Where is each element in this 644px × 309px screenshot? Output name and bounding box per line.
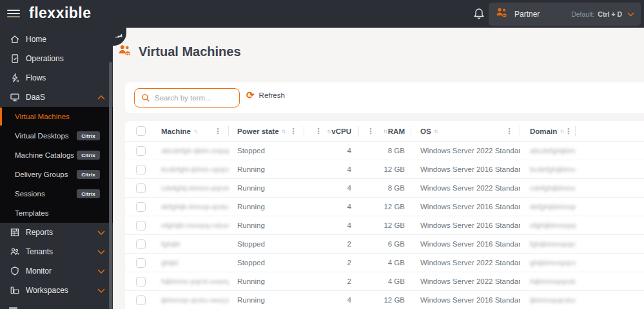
ram-cell: 12 GB (359, 203, 411, 211)
column-menu-icon[interactable]: ⋮ (504, 127, 514, 135)
sidebar-subitem-sessions[interactable]: Sessions Citrix (0, 184, 113, 203)
table-row[interactable]: bcdefghi-jklmn-opqrstuvw Running 4 12 GB… (125, 160, 644, 178)
sidebar-subitem-machine-catalogs[interactable]: Machine Catalogs Citrix (0, 145, 113, 165)
sidebar-subitem-virtual-desktops[interactable]: Virtual Desktops Citrix (0, 126, 113, 145)
sidebar-item-daas[interactable]: DaaS (0, 88, 113, 107)
table-row[interactable]: fghijkl Stopped 2 6 GB Windows Server 20… (125, 234, 644, 253)
chevron-down-icon (627, 12, 634, 17)
sidebar-item-operations[interactable]: Operations (0, 49, 113, 68)
machine-cell: fghijkl (156, 240, 229, 248)
search-input[interactable] (155, 94, 231, 102)
ram-cell: 4 GB (359, 277, 411, 285)
ram-cell: 12 GB (359, 296, 411, 304)
os-cell: Windows Server 2016 Standard (411, 165, 520, 173)
sort-icon[interactable]: ↑↓ (193, 127, 197, 135)
citrix-badge: Citrix (77, 131, 100, 140)
ram-cell: 12 GB (359, 221, 411, 229)
power-state-cell: Stopped (229, 259, 304, 267)
default-shortcut-label: Default: (571, 10, 594, 18)
document-icon (9, 53, 20, 64)
row-checkbox[interactable] (136, 295, 146, 305)
sidebar-subitem-delivery-groups[interactable]: Delivery Groups Citrix (0, 165, 113, 184)
shield-icon (9, 266, 20, 277)
ram-cell: 8 GB (359, 184, 411, 192)
vm-table: Machine↑↓⋮ Power state↑↓⋮ ⋮↑↓vCPU ⋮↑↓RAM… (125, 121, 644, 309)
app-logo: flexxible (29, 5, 92, 22)
sidebar: Home Operations Flows DaaS Virtual Machi… (0, 28, 113, 309)
table-row[interactable]: ghijkl Stopped 2 4 GB Windows Server 202… (125, 253, 644, 272)
row-checkbox[interactable] (136, 277, 146, 286)
citrix-badge: Citrix (77, 151, 100, 160)
sidebar-item-home[interactable]: Home (0, 30, 113, 49)
table-header-row: Machine↑↓⋮ Power state↑↓⋮ ⋮↑↓vCPU ⋮↑↓RAM… (125, 121, 644, 141)
ram-cell: 6 GB (359, 240, 411, 248)
sidebar-item-monitor[interactable]: Monitor (0, 261, 113, 281)
citrix-badge: Citrix (77, 189, 100, 198)
sidebar-item-tenants[interactable]: Tenants (0, 242, 113, 261)
sort-icon[interactable]: ↑↓ (327, 127, 331, 135)
search-icon (141, 93, 150, 102)
power-state-cell: Running (229, 165, 304, 173)
table-row[interactable]: defghijk-lmnop-qrstuvw Running 4 12 GB W… (125, 197, 644, 216)
sort-icon[interactable]: ↑↓ (434, 127, 438, 135)
domain-cell: ijklmnopqrstuv (520, 296, 576, 304)
os-cell: Windows Server 2016 Standard (411, 203, 520, 211)
table-row[interactable]: cdefghij-klmno-pqrstuvwx Running 4 8 GB … (125, 178, 644, 197)
row-checkbox[interactable] (136, 239, 146, 249)
domain-cell: hijklmnopqrstu (520, 277, 576, 285)
domain-cell: fghijklmnopqrs (520, 240, 576, 248)
col-os: OS (420, 127, 431, 135)
sidebar-item-reports[interactable]: Reports (0, 223, 113, 242)
chevron-up-icon (97, 95, 105, 100)
sidebar-subitem-virtual-machines[interactable]: Virtual Machines (0, 107, 113, 126)
vcpu-cell: 4 (304, 147, 359, 154)
row-checkbox[interactable] (136, 221, 146, 230)
domain-cell: ghijklmnopqrst (520, 259, 576, 267)
sidebar-subitem-templates[interactable]: Templates (0, 203, 113, 223)
machine-cell: hijklmno-pqrst-uvwxyzab (156, 277, 229, 285)
users-icon (117, 44, 133, 60)
table-body: abcdefgh-ijklm-nopqrstuv Stopped 4 8 GB … (125, 141, 644, 309)
topbar: flexxible Partner Default: Ctrl + D (0, 0, 644, 28)
power-state-cell: Running (229, 221, 304, 229)
notification-bell-icon[interactable] (473, 7, 485, 21)
table-row[interactable]: efghijkl-mnopq-rstuvw Running 4 12 GB Wi… (125, 216, 644, 234)
os-cell: Windows Server 2016 Standard (411, 296, 520, 304)
ram-cell: 4 GB (359, 259, 411, 267)
column-menu-icon[interactable]: ⋮ (213, 127, 223, 135)
table-row[interactable]: hijklmno-pqrst-uvwxyzab Running 2 4 GB W… (125, 272, 644, 290)
sidebar-item-flows[interactable]: Flows (0, 68, 113, 88)
vcpu-cell: 2 (304, 259, 359, 267)
row-checkbox[interactable] (136, 202, 146, 212)
vcpu-cell: 2 (304, 277, 359, 285)
domain-cell: cdefghijklmnop (520, 184, 576, 192)
col-machine: Machine (161, 127, 191, 135)
row-checkbox[interactable] (136, 183, 146, 193)
vcpu-cell: 4 (304, 165, 359, 173)
table-row[interactable]: ijklmnop-qrstu-vwxyzabc Running 4 12 GB … (125, 290, 644, 309)
row-checkbox[interactable] (136, 165, 146, 174)
power-state-cell: Stopped (229, 147, 304, 154)
partner-switcher[interactable]: Partner Default: Ctrl + D (489, 3, 641, 26)
table-row[interactable]: abcdefgh-ijklm-nopqrstuv Stopped 4 8 GB … (125, 141, 644, 160)
row-checkbox[interactable] (136, 258, 146, 268)
vcpu-cell: 2 (304, 240, 359, 248)
row-checkbox[interactable] (136, 146, 146, 156)
domain-cell: efghijklmnopqr (520, 221, 576, 229)
machine-cell: efghijkl-mnopq-rstuvw (156, 221, 229, 229)
column-menu-icon[interactable]: ⋮ (313, 127, 324, 135)
sidebar-scrollbar[interactable] (109, 62, 112, 309)
sort-icon[interactable]: ↑↓ (282, 127, 286, 135)
refresh-button[interactable]: ⟳ Refresh (246, 90, 285, 100)
column-menu-icon[interactable]: ⋮ (563, 127, 574, 135)
select-all-checkbox[interactable] (136, 126, 146, 136)
vcpu-cell: 4 (304, 184, 359, 192)
column-menu-icon[interactable]: ⋮ (366, 127, 376, 135)
menu-icon[interactable] (7, 8, 20, 19)
refresh-icon: ⟳ (246, 90, 255, 100)
column-menu-icon[interactable]: ⋮ (288, 127, 298, 135)
partner-label: Partner (514, 10, 540, 19)
sort-icon[interactable]: ↑↓ (383, 127, 387, 135)
power-state-cell: Running (229, 277, 304, 285)
sidebar-item-workspaces[interactable]: Workspaces (0, 281, 113, 300)
